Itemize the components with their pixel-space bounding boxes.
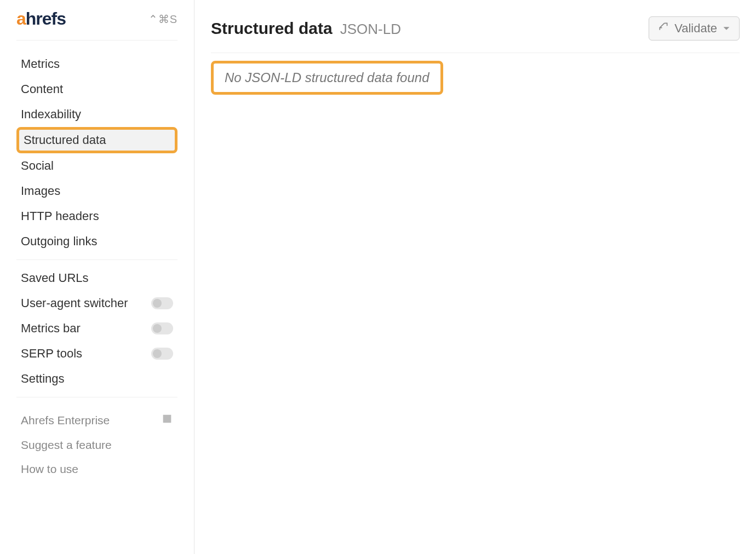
sidebar-item-label: Social <box>21 159 54 173</box>
brand-rest: hrefs <box>26 9 66 28</box>
sidebar-item-label: HTTP headers <box>21 209 99 223</box>
sidebar-item-label: How to use <box>21 463 78 476</box>
sidebar-item-social[interactable]: Social <box>16 153 177 178</box>
sidebar: ahrefs ⌃⌘S Metrics Content Indexability … <box>0 0 194 554</box>
sidebar-item-label: Indexability <box>21 107 81 122</box>
sidebar-item-label: Suggest a feature <box>21 438 112 452</box>
brand-a: a <box>16 9 26 28</box>
sidebar-item-suggest-feature[interactable]: Suggest a feature <box>16 433 177 457</box>
sidebar-item-label: User-agent switcher <box>21 296 128 310</box>
empty-state-message: No JSON-LD structured data found <box>211 61 443 95</box>
title-block: Structured data JSON-LD <box>211 19 401 38</box>
sidebar-item-enterprise[interactable]: Ahrefs Enterprise <box>16 407 177 433</box>
sidebar-item-settings[interactable]: Settings <box>16 366 177 391</box>
tools-group: Saved URLs User-agent switcher Metrics b… <box>16 260 177 397</box>
sidebar-item-serp-tools[interactable]: SERP tools <box>16 341 177 366</box>
sidebar-item-metrics-bar[interactable]: Metrics bar <box>16 316 177 341</box>
sidebar-item-http-headers[interactable]: HTTP headers <box>16 204 177 229</box>
sidebar-item-label: Structured data <box>24 133 106 147</box>
sidebar-item-label: Metrics <box>21 57 60 71</box>
brand-row: ahrefs ⌃⌘S <box>16 9 177 41</box>
brand-logo: ahrefs <box>16 9 66 29</box>
toggle-metrics-bar[interactable] <box>151 322 173 334</box>
toggle-serp-tools[interactable] <box>151 348 173 360</box>
sidebar-item-label: Content <box>21 82 63 96</box>
sidebar-item-label: Settings <box>21 372 65 386</box>
validate-label: Validate <box>674 21 717 36</box>
validate-button[interactable]: Validate <box>649 16 740 41</box>
sidebar-item-content[interactable]: Content <box>16 77 177 102</box>
footer-group: Ahrefs Enterprise Suggest a feature How … <box>16 397 177 481</box>
sidebar-item-label: Outgoing links <box>21 234 97 249</box>
svg-line-0 <box>660 23 664 27</box>
message-text: No JSON-LD structured data found <box>225 70 429 85</box>
sidebar-item-structured-data[interactable]: Structured data <box>16 127 177 153</box>
validate-icon <box>658 21 669 36</box>
sidebar-item-user-agent-switcher[interactable]: User-agent switcher <box>16 291 177 316</box>
sidebar-item-label: SERP tools <box>21 347 82 361</box>
sidebar-item-label: Metrics bar <box>21 321 81 336</box>
sidebar-item-indexability[interactable]: Indexability <box>16 102 177 127</box>
sidebar-item-how-to-use[interactable]: How to use <box>16 457 177 481</box>
sidebar-item-label: Images <box>21 184 60 198</box>
nav-group: Metrics Content Indexability Structured … <box>16 46 177 260</box>
sidebar-item-label: Saved URLs <box>21 271 89 285</box>
sidebar-item-images[interactable]: Images <box>16 178 177 204</box>
page-subtitle: JSON-LD <box>340 21 401 38</box>
shortcut-label: ⌃⌘S <box>148 13 177 26</box>
page-title: Structured data <box>211 19 333 38</box>
sidebar-item-saved-urls[interactable]: Saved URLs <box>16 266 177 291</box>
chevron-down-icon <box>723 21 730 36</box>
sidebar-item-metrics[interactable]: Metrics <box>16 51 177 77</box>
main-content: Structured data JSON-LD Validate No JSON… <box>194 0 756 554</box>
sidebar-item-outgoing-links[interactable]: Outgoing links <box>16 229 177 254</box>
sidebar-item-label: Ahrefs Enterprise <box>21 414 110 427</box>
external-link-icon <box>161 413 173 428</box>
main-header: Structured data JSON-LD Validate <box>211 16 740 53</box>
toggle-user-agent[interactable] <box>151 297 173 309</box>
